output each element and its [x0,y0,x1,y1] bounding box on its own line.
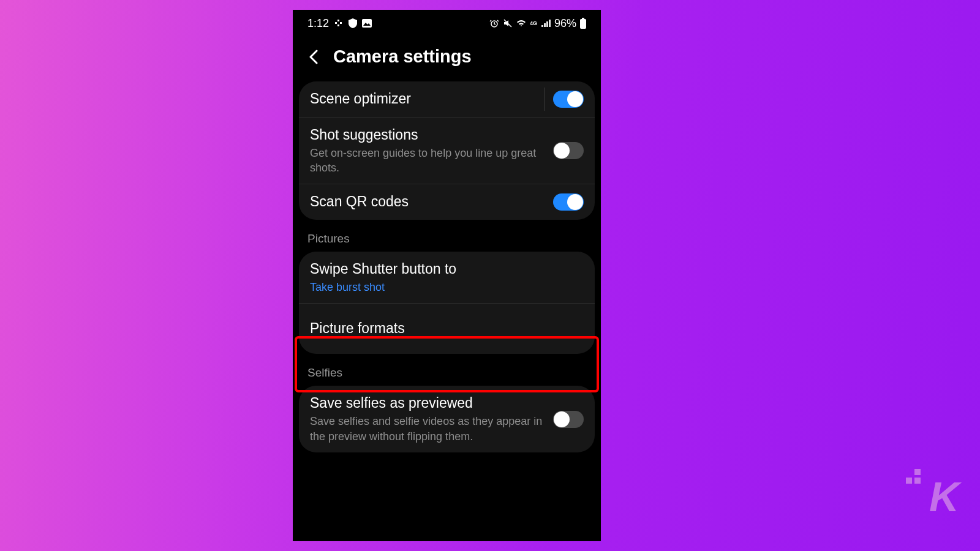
slack-icon [334,18,344,28]
settings-group-intelligent: Scene optimizer Shot suggestions Get on-… [299,81,595,220]
setting-title: Save selfies as previewed [310,394,546,413]
toggle-save-selfies[interactable] [553,411,584,428]
wifi-icon [516,19,526,28]
picture-icon [362,19,372,28]
battery-icon [580,18,586,29]
svg-rect-3 [337,24,339,26]
phone-frame: 1:12 4G 96% [293,10,601,541]
back-button[interactable] [305,48,322,66]
setting-save-selfies-previewed[interactable]: Save selfies as previewed Save selfies a… [299,386,595,452]
status-bar: 1:12 4G 96% [293,10,601,37]
watermark-letter: K [929,473,958,520]
setting-scene-optimizer[interactable]: Scene optimizer [299,81,595,118]
settings-group-selfies: Save selfies as previewed Save selfies a… [299,386,595,452]
watermark-logo: K [929,473,958,520]
setting-title: Picture formats [310,320,576,338]
settings-group-pictures: Swipe Shutter button to Take burst shot … [299,252,595,354]
shield-icon [349,18,357,28]
section-label-pictures: Pictures [293,225,601,252]
setting-picture-formats[interactable]: Picture formats [299,304,595,354]
setting-sub: Get on-screen guides to help you line up… [310,146,546,176]
network-label: 4G [530,20,537,26]
page-title: Camera settings [333,47,472,67]
svg-rect-0 [335,22,337,24]
setting-sub: Save selfies and selfie videos as they a… [310,414,546,444]
setting-scan-qr[interactable]: Scan QR codes [299,184,595,220]
setting-title: Shot suggestions [310,126,546,144]
svg-rect-1 [337,20,339,21]
setting-title: Swipe Shutter button to [310,260,576,279]
setting-value: Take burst shot [310,280,576,294]
signal-icon [541,19,551,28]
status-time: 1:12 [307,17,329,30]
setting-swipe-shutter[interactable]: Swipe Shutter button to Take burst shot [299,252,595,304]
setting-title: Scene optimizer [310,90,546,108]
page-header: Camera settings [293,37,601,81]
battery-pct: 96% [554,17,576,30]
toggle-shot-suggestions[interactable] [553,142,584,159]
toggle-scene-optimizer[interactable] [553,91,584,108]
mute-icon [503,18,513,28]
setting-title: Scan QR codes [310,193,546,211]
section-label-selfies: Selfies [293,359,601,386]
svg-rect-2 [340,22,342,24]
toggle-scan-qr[interactable] [553,193,584,211]
svg-rect-7 [580,19,586,29]
svg-rect-4 [362,19,372,28]
setting-shot-suggestions[interactable]: Shot suggestions Get on-screen guides to… [299,118,595,184]
divider-vertical [544,88,545,111]
alarm-icon [489,18,499,28]
svg-rect-6 [582,18,584,19]
